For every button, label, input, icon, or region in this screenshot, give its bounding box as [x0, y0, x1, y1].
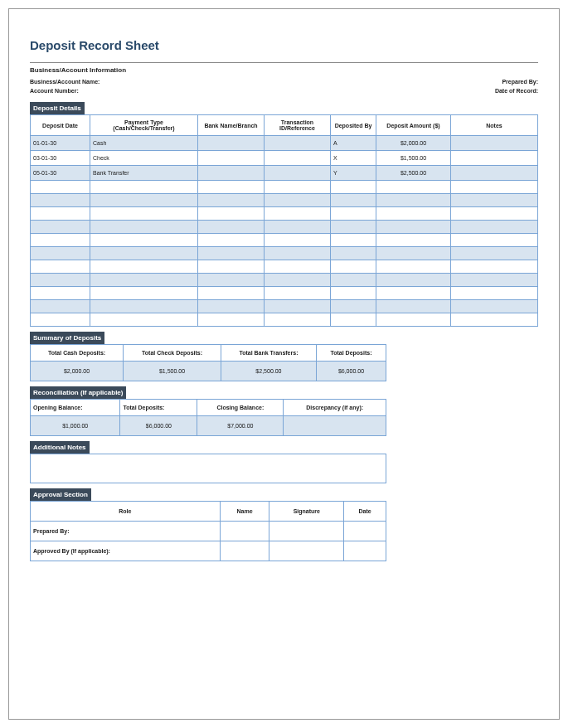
- cell-payment: [90, 221, 198, 234]
- cell-payment: [90, 194, 198, 207]
- cell-deposited_by: [331, 300, 376, 313]
- recon-total-value: $6,000.00: [120, 416, 197, 436]
- cell-payment: Bank Transfer: [90, 166, 198, 181]
- cell-date: 03-01-30: [31, 151, 90, 166]
- summary-cash-label: Total Cash Deposits:: [31, 345, 124, 362]
- business-row-2: Account Number: Date of Record:: [30, 88, 538, 94]
- summary-check-label: Total Check Deposits:: [124, 345, 221, 362]
- table-row: 05-01-30Bank TransferY$2,500.00: [31, 166, 538, 181]
- cell-date: [31, 300, 90, 313]
- cell-payment: [90, 274, 198, 287]
- account-number-label: Account Number:: [30, 88, 113, 94]
- recon-closing-value: $7,000.00: [197, 416, 284, 436]
- cell-notes: [451, 313, 538, 327]
- cell-transaction: [265, 287, 331, 300]
- business-name-label: Business/Account Name:: [30, 79, 113, 85]
- approval-name-label: Name: [220, 502, 269, 522]
- cell-date: [31, 194, 90, 207]
- cell-amount: [376, 260, 451, 274]
- cell-payment: [90, 287, 198, 300]
- cell-deposited_by: [331, 234, 376, 247]
- cell-bank: [198, 181, 265, 194]
- cell-transaction: [265, 207, 331, 221]
- cell-deposited_by: [331, 181, 376, 194]
- cell-bank: [198, 260, 265, 274]
- cell-notes: [451, 300, 538, 313]
- table-row: 01-01-30CashA$2,000.00: [31, 136, 538, 151]
- reconciliation-table: Opening Balance: Total Deposits: Closing…: [30, 399, 386, 436]
- summary-bank-label: Total Bank Transfers:: [221, 345, 316, 362]
- cell-bank: [198, 247, 265, 260]
- cell-payment: [90, 181, 198, 194]
- cell-bank: [198, 166, 265, 181]
- col-bank: Bank Name/Branch: [198, 115, 265, 136]
- cell-bank: [198, 136, 265, 151]
- recon-opening-label: Opening Balance:: [31, 400, 120, 416]
- cell-notes: [451, 260, 538, 274]
- cell-amount: [376, 247, 451, 260]
- cell-amount: [376, 194, 451, 207]
- cell-deposited_by: [331, 207, 376, 221]
- table-row: [31, 207, 538, 221]
- cell-deposited_by: X: [331, 151, 376, 166]
- cell-notes: [451, 221, 538, 234]
- cell-transaction: [265, 260, 331, 274]
- cell-transaction: [265, 181, 331, 194]
- cell-bank: [198, 151, 265, 166]
- cell-transaction: [265, 247, 331, 260]
- table-row: [31, 313, 538, 327]
- prepared-by-label: Prepared By:: [455, 79, 538, 85]
- table-row: Approved By (If applicable):: [31, 541, 386, 561]
- cell-notes: [451, 287, 538, 300]
- deposit-details-table: Deposit Date Payment Type (Cash/Check/Tr…: [30, 114, 538, 327]
- cell-deposited_by: [331, 287, 376, 300]
- cell-payment: [90, 313, 198, 327]
- cell-date: [31, 287, 90, 300]
- cell-transaction: [265, 234, 331, 247]
- cell-date: [344, 522, 386, 541]
- divider: [30, 62, 538, 63]
- cell-name: [220, 541, 269, 561]
- cell-date: [344, 541, 386, 561]
- cell-transaction: [265, 221, 331, 234]
- cell-date: [31, 260, 90, 274]
- cell-deposited_by: [331, 221, 376, 234]
- table-row: [31, 221, 538, 234]
- cell-signature: [269, 522, 344, 541]
- cell-deposited_by: [331, 260, 376, 274]
- notes-box: [30, 454, 386, 483]
- cell-notes: [451, 151, 538, 166]
- cell-notes: [451, 247, 538, 260]
- cell-transaction: [265, 166, 331, 181]
- table-row: [31, 234, 538, 247]
- business-row-1: Business/Account Name: Prepared By:: [30, 79, 538, 85]
- account-number-value: [113, 88, 455, 94]
- cell-deposited_by: [331, 274, 376, 287]
- cell-date: [31, 221, 90, 234]
- cell-amount: [376, 287, 451, 300]
- summary-check-value: $1,500.00: [124, 362, 221, 381]
- cell-date: [31, 247, 90, 260]
- cell-signature: [269, 541, 344, 561]
- table-row: [31, 194, 538, 207]
- cell-deposited_by: [331, 194, 376, 207]
- cell-transaction: [265, 274, 331, 287]
- cell-deposited_by: A: [331, 136, 376, 151]
- reconciliation-heading: Reconciliation (If applicable): [30, 386, 126, 399]
- recon-closing-label: Closing Balance:: [197, 400, 284, 416]
- cell-bank: [198, 274, 265, 287]
- cell-notes: [451, 166, 538, 181]
- approval-role-label: Role: [31, 502, 221, 522]
- cell-amount: [376, 300, 451, 313]
- cell-deposited_by: [331, 247, 376, 260]
- cell-payment: Cash: [90, 136, 198, 151]
- cell-transaction: [265, 313, 331, 327]
- recon-opening-value: $1,000.00: [31, 416, 120, 436]
- cell-payment: Check: [90, 151, 198, 166]
- summary-data-row: $2,000.00 $1,500.00 $2,500.00 $6,000.00: [31, 362, 386, 381]
- business-info-heading: Business/Account Information: [30, 66, 538, 74]
- approval-header-row: Role Name Signature Date: [31, 502, 386, 522]
- cell-date: 05-01-30: [31, 166, 90, 181]
- summary-table: Total Cash Deposits: Total Check Deposit…: [30, 344, 386, 381]
- col-notes: Notes: [451, 115, 538, 136]
